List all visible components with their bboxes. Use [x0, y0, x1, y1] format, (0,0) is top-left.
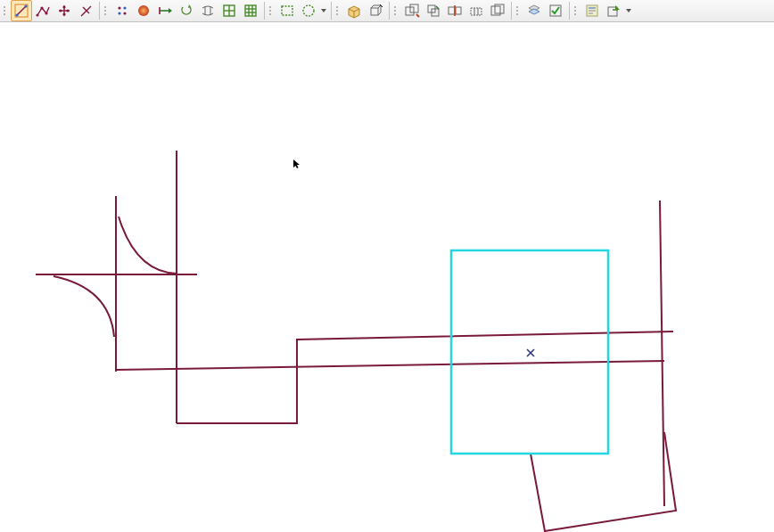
export-icon[interactable] [603, 0, 624, 21]
toolbar-separator [511, 2, 512, 20]
svg-point-2 [15, 13, 18, 16]
harmonize-mesh-icon[interactable] [240, 0, 261, 21]
toolbar-separator [389, 2, 390, 20]
toolbar-grip [574, 2, 580, 20]
toolbar-grip [394, 2, 399, 20]
create-point-icon[interactable] [54, 0, 75, 21]
sketch-path[interactable] [54, 276, 114, 337]
svg-rect-39 [456, 7, 461, 14]
insert-axis-icon[interactable] [154, 0, 176, 21]
layers-icon[interactable] [523, 0, 545, 21]
svg-point-6 [45, 12, 47, 14]
svg-line-14 [83, 7, 89, 13]
svg-rect-38 [449, 7, 455, 14]
toolbar-grip [516, 2, 522, 20]
svg-line-13 [81, 6, 91, 16]
toolbar-separator [569, 2, 570, 20]
create-sphere-icon[interactable] [133, 0, 154, 21]
trim-icon[interactable] [401, 0, 423, 21]
sketch-path[interactable] [531, 432, 676, 531]
main-toolbar [0, 0, 774, 22]
svg-point-4 [36, 13, 38, 16]
refresh-view-icon[interactable] [176, 0, 197, 21]
svg-rect-25 [245, 5, 256, 16]
sketch-path[interactable] [177, 331, 673, 423]
toolbar-separator [264, 2, 265, 20]
toolbar-grip [104, 2, 110, 20]
toolbar-grip [336, 2, 342, 20]
open-item-icon[interactable] [343, 0, 365, 21]
script-icon[interactable] [581, 0, 603, 21]
svg-point-17 [118, 12, 120, 14]
drawing-canvas[interactable] [0, 22, 774, 532]
create-grid-icon[interactable] [218, 0, 240, 21]
sketch-path[interactable] [116, 361, 664, 370]
create-perpendicular-icon[interactable] [75, 0, 96, 21]
sketch-path[interactable] [660, 201, 664, 506]
toolbar-dropdown-icon[interactable] [319, 1, 328, 20]
selection-center-marker-icon [527, 349, 534, 356]
cut-region-icon[interactable] [465, 0, 487, 21]
boolean-icon[interactable] [487, 0, 508, 21]
create-line-icon[interactable] [11, 0, 32, 21]
create-face-icon[interactable] [298, 0, 319, 21]
svg-point-5 [40, 6, 43, 9]
toolbar-grip [4, 2, 9, 20]
create-mesh-icon[interactable] [197, 0, 218, 21]
create-region-icon[interactable] [276, 0, 298, 21]
create-polyline-icon[interactable] [32, 0, 54, 21]
toolbar-separator [331, 2, 332, 20]
svg-point-19 [138, 5, 149, 16]
toolbar-separator [99, 2, 100, 20]
validate-icon[interactable] [545, 0, 566, 21]
offset-icon[interactable] [423, 0, 444, 21]
toolbar-dropdown-icon[interactable] [624, 1, 633, 20]
sketch-path[interactable] [119, 217, 177, 274]
split-icon[interactable] [444, 0, 465, 21]
extrude-icon[interactable] [365, 0, 386, 21]
svg-point-18 [123, 6, 126, 9]
svg-line-35 [416, 14, 419, 17]
svg-line-1 [17, 6, 26, 15]
svg-point-3 [24, 4, 27, 7]
svg-rect-32 [371, 8, 378, 15]
svg-point-16 [123, 12, 126, 14]
svg-point-31 [303, 5, 314, 16]
svg-rect-41 [471, 8, 482, 15]
toolbar-grip [269, 2, 275, 20]
svg-rect-30 [282, 6, 292, 15]
svg-point-15 [118, 6, 120, 9]
constrain-coincident-icon[interactable] [111, 0, 133, 21]
